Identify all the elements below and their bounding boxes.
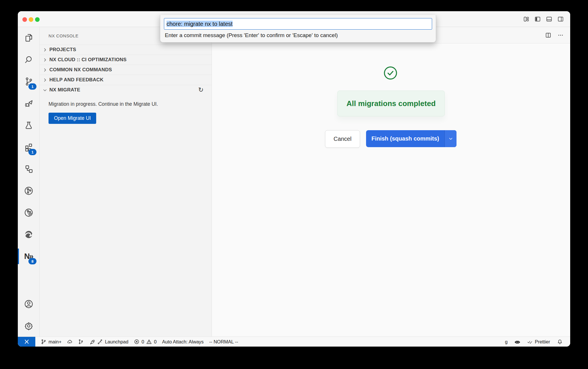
section-help-and-feedback[interactable]: HELP AND FEEDBACK <box>40 75 212 85</box>
error-count: 0 <box>142 339 144 345</box>
run-and-debug-icon <box>24 99 34 108</box>
layout-controls <box>523 11 564 27</box>
auto-attach-status-item[interactable]: Auto Attach: Always <box>162 339 204 345</box>
extensions-badge: 1 <box>28 149 36 155</box>
split-editor-icon[interactable] <box>545 32 552 39</box>
commit-graph-status-item[interactable] <box>78 339 84 345</box>
migrations-completed-banner: All migrations completed <box>337 91 445 116</box>
vscode-window: 1 <box>18 11 570 347</box>
migrations-completed-text: All migrations completed <box>347 99 436 108</box>
commit-message-value: chore: migrate nx to latest <box>167 21 233 27</box>
branch-name: main+ <box>49 339 61 345</box>
activity-item-testing[interactable] <box>18 114 39 136</box>
quick-input-panel: chore: migrate nx to latest Enter a comm… <box>160 15 436 43</box>
explorer-icon <box>24 33 34 43</box>
cloud-upload-icon <box>67 339 73 345</box>
launchpad-branch-icon <box>97 339 103 345</box>
warning-icon <box>146 339 152 345</box>
edge-swirl-icon <box>24 230 34 239</box>
chevron-down-icon <box>448 136 453 141</box>
activity-item-git-graph[interactable] <box>18 180 39 202</box>
finish-button[interactable]: Finish (squash commits) <box>366 130 457 147</box>
chevron-right-icon <box>42 57 47 62</box>
double-check-icon <box>527 339 533 345</box>
minimize-button[interactable] <box>29 17 33 22</box>
activity-item-edge-tools[interactable] <box>18 224 39 245</box>
finish-dropdown-button[interactable] <box>444 130 457 147</box>
toggle-panel-icon[interactable] <box>546 16 552 22</box>
rocket-icon <box>89 339 95 345</box>
activity-item-run-and-debug[interactable] <box>18 93 39 114</box>
notifications-status-item[interactable] <box>557 339 563 345</box>
project-manager-icon <box>24 164 34 174</box>
chevron-down-icon <box>42 88 47 93</box>
open-migrate-ui-button[interactable]: Open Migrate UI <box>49 113 96 124</box>
branch-status-item[interactable]: main+ <box>41 339 61 345</box>
success-check-icon <box>384 66 397 80</box>
prettier-status-item[interactable]: Prettier <box>527 339 550 345</box>
activity-bar-spacer <box>18 267 39 293</box>
activity-item-extensions[interactable]: 1 <box>18 136 39 158</box>
status-bar: main+ <box>18 337 570 347</box>
copilot-icon <box>514 339 520 345</box>
gear-icon <box>24 321 34 331</box>
activity-item-source-control[interactable]: 1 <box>18 71 39 93</box>
g-status-item[interactable]: g <box>505 339 508 345</box>
activity-item-explorer[interactable] <box>18 27 39 49</box>
remote-icon <box>24 339 30 345</box>
section-common-nx-commands[interactable]: COMMON NX COMMANDS <box>40 65 212 75</box>
bell-icon <box>557 339 563 345</box>
sync-status-item[interactable] <box>67 339 73 345</box>
primary-sidebar: NX CONSOLE PROJECTS NX CLOUD :: CI OPTIM… <box>40 27 212 337</box>
source-control-badge: 1 <box>28 83 36 90</box>
activity-item-settings[interactable] <box>18 315 39 337</box>
section-nx-cloud[interactable]: NX CLOUD :: CI OPTIMIZATIONS <box>40 55 212 65</box>
activity-bar: 1 <box>18 27 40 337</box>
git-graph-icon <box>24 186 34 196</box>
chevron-right-icon <box>42 68 47 72</box>
launchpad-status-item[interactable]: Launchpad <box>89 339 128 345</box>
chevron-right-icon <box>42 78 47 82</box>
nx-badge: 8 <box>28 258 36 264</box>
zoom-button[interactable] <box>35 17 40 22</box>
vim-mode-status-item[interactable]: -- NORMAL -- <box>209 339 238 345</box>
section-projects[interactable]: PROJECTS <box>40 45 212 55</box>
testing-flask-icon <box>24 120 34 130</box>
toggle-secondary-sidebar-icon[interactable] <box>557 16 564 22</box>
quick-input-prompt: Enter a commit message (Press 'Enter' to… <box>164 32 432 39</box>
problems-status-item[interactable]: 0 0 <box>134 339 156 345</box>
warning-count: 0 <box>154 339 156 345</box>
git-branch-icon <box>41 339 47 345</box>
webview-button-row: Cancel Finish (squash commits) <box>325 130 457 148</box>
nx-migrate-webview <box>212 43 570 337</box>
activity-item-accounts[interactable] <box>18 293 39 315</box>
cancel-button[interactable]: Cancel <box>325 130 360 148</box>
git-graph-search-icon <box>24 208 34 218</box>
launchpad-label: Launchpad <box>105 339 128 345</box>
error-icon <box>134 339 140 345</box>
activity-item-nx-console[interactable]: N» 8 <box>18 245 39 267</box>
nx-migrate-section-body: Migration in progress. Continue in the M… <box>40 95 212 124</box>
section-nx-migrate[interactable]: NX MIGRATE ↻ <box>40 85 212 95</box>
commit-graph-icon <box>78 339 84 345</box>
account-icon <box>24 299 34 309</box>
desktop-background: 1 <box>0 0 588 369</box>
activity-item-search[interactable] <box>18 49 39 71</box>
more-actions-icon[interactable] <box>557 32 564 39</box>
activity-item-project-manager[interactable] <box>18 158 39 180</box>
toggle-primary-sidebar-icon[interactable] <box>534 16 541 22</box>
migration-status-text: Migration in progress. Continue in the M… <box>49 101 203 107</box>
refresh-icon[interactable]: ↻ <box>198 87 204 93</box>
commit-message-input[interactable]: chore: migrate nx to latest <box>164 18 432 30</box>
copilot-status-item[interactable] <box>514 339 520 345</box>
finish-button-label[interactable]: Finish (squash commits) <box>366 130 444 147</box>
status-bar-right: g Prettier <box>505 339 570 345</box>
remote-indicator[interactable] <box>18 337 35 347</box>
customize-layout-icon[interactable] <box>523 16 529 22</box>
search-icon <box>24 55 34 65</box>
activity-item-git-graph-search[interactable] <box>18 202 39 224</box>
close-button[interactable] <box>22 17 27 22</box>
chevron-right-icon <box>42 47 47 52</box>
